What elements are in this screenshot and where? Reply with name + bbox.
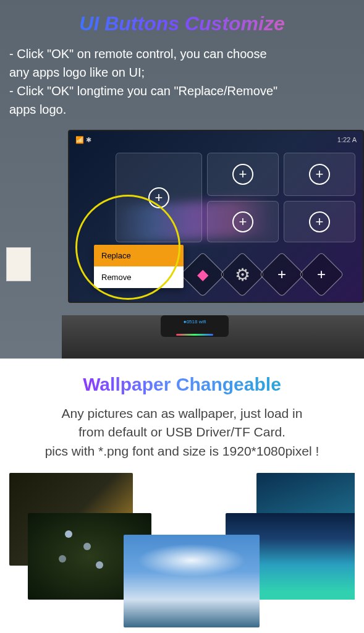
app-tile[interactable]: + xyxy=(207,153,279,196)
wallpaper-thumb-sky-island xyxy=(124,535,260,627)
instruction-line: apps logo. xyxy=(9,100,355,119)
wall-art-decoration xyxy=(6,247,31,281)
section2-description: Any pictures can as wallpaper, just load… xyxy=(9,404,355,461)
instruction-text: - Click "OK" on remote control, you can … xyxy=(9,45,355,119)
desc-line: from default or USB Driver/TF Card. xyxy=(9,423,355,441)
wallpaper-gallery xyxy=(9,473,355,631)
context-menu: Replace Remove xyxy=(94,245,184,288)
gear-icon: ⚙ xyxy=(235,265,250,285)
ui-buttons-section: UI Buttons Customize - Click "OK" on rem… xyxy=(0,0,364,359)
tv-box-led xyxy=(176,334,213,336)
tv-box-display: ●0518 wifi xyxy=(184,319,206,325)
app-tile[interactable]: + xyxy=(284,201,355,242)
settings-tile[interactable]: ⚙ xyxy=(219,252,265,297)
tv-bottom-row: ◆ ⚙ + + xyxy=(187,258,337,291)
section2-title: Wallpaper Changeable xyxy=(9,374,355,395)
instruction-line: - Click "OK" longtime you can "Replace/R… xyxy=(9,82,355,100)
menu-item-replace[interactable]: Replace xyxy=(94,245,184,266)
bottom-add-tile[interactable]: + xyxy=(259,252,305,297)
add-icon: + xyxy=(309,211,330,232)
tv-screen: 📶 ✱ 1:22 A + + + + + ◆ xyxy=(68,130,364,303)
menu-item-remove[interactable]: Remove xyxy=(94,266,184,288)
wallpaper-section: Wallpaper Changeable Any pictures can as… xyxy=(0,359,364,633)
tv-statusbar: 📶 ✱ 1:22 A xyxy=(75,136,357,148)
title-word-2: Changeable xyxy=(176,374,281,394)
desc-line: Any pictures can as wallpaper, just load… xyxy=(9,404,355,423)
app-tile[interactable]: + xyxy=(207,201,279,242)
instruction-line: any apps logo like on UI; xyxy=(9,63,355,82)
app-tile[interactable]: + xyxy=(284,153,355,196)
instruction-line: - Click "OK" on remote control, you can … xyxy=(9,45,355,63)
color-tile-icon: ◆ xyxy=(197,266,208,283)
desc-line: pics with *.png font and size is 1920*10… xyxy=(9,442,355,461)
add-icon: + xyxy=(309,164,330,185)
app-tile-large[interactable]: + xyxy=(116,153,202,242)
add-icon: + xyxy=(232,164,253,185)
section1-title: UI Buttons Customize xyxy=(9,12,355,35)
add-icon: + xyxy=(232,211,253,232)
wifi-bluetooth-icons: 📶 ✱ xyxy=(75,136,91,148)
android-tv-box: ●0518 wifi xyxy=(161,315,229,337)
plus-icon: + xyxy=(277,266,286,283)
bottom-app-tile[interactable]: ◆ xyxy=(180,252,226,297)
tv-clock: 1:22 A xyxy=(337,136,357,148)
title-word-1: Wallpaper xyxy=(83,374,171,394)
plus-icon: + xyxy=(317,266,326,283)
add-icon: + xyxy=(148,187,169,208)
tv-tile-grid: + + + + + xyxy=(116,153,357,242)
bottom-add-tile[interactable]: + xyxy=(298,252,344,297)
